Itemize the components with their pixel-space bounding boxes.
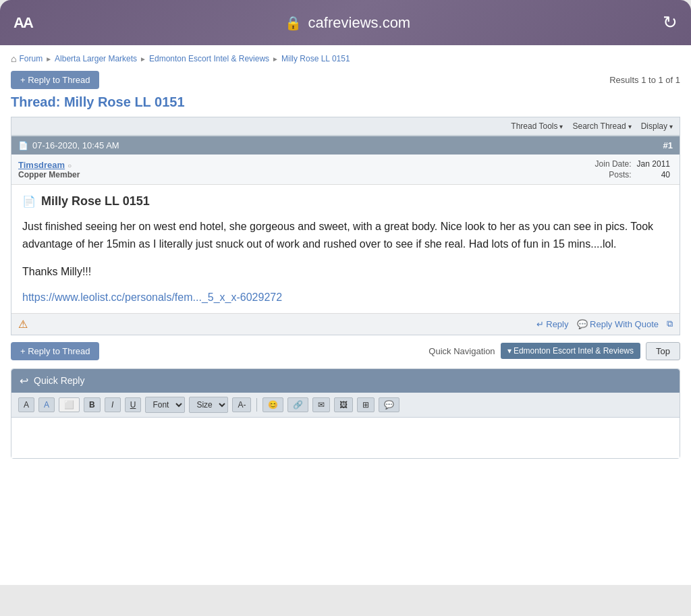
post-doc-icon: 📄	[18, 141, 28, 150]
posts-value: 40	[634, 169, 673, 180]
thread-title: Thread: Milly Rose LL 0151	[11, 94, 680, 110]
warning-icon[interactable]: ⚠	[18, 318, 28, 331]
search-thread-button[interactable]: Search Thread ▾	[572, 121, 631, 131]
post-meta: Timsdream ○ Copper Member Join Date: Jan…	[11, 155, 680, 185]
post-text-main: Just finished seeing her on west end hot…	[22, 218, 669, 252]
breadcrumb-edmonton[interactable]: Edmonton Escort Intel & Reviews	[149, 54, 269, 63]
toolbar-color-picker[interactable]: ⬜	[59, 397, 80, 412]
quick-reply-arrow-icon: ↩	[20, 374, 28, 387]
toolbar-bold[interactable]: B	[84, 397, 101, 412]
url-bar[interactable]: 🔒 cafreviews.com	[285, 14, 411, 32]
breadcrumb-sep-2: ►	[140, 55, 146, 63]
thread-tools-arrow: ▾	[559, 123, 563, 130]
results-count: Results 1 to 1 of 1	[609, 75, 680, 85]
toolbar-italic[interactable]: I	[105, 397, 121, 412]
reply-to-thread-button-top[interactable]: + Reply to Thread	[11, 71, 99, 89]
results-bar: + Reply to Thread Results 1 to 1 of 1	[11, 71, 680, 89]
reply-to-thread-button-bottom[interactable]: + Reply to Thread	[11, 342, 99, 360]
toolbar-chat[interactable]: 💬	[379, 397, 399, 412]
toolbar-font-a2[interactable]: A	[38, 397, 55, 412]
posts-label: Posts:	[592, 169, 634, 180]
reply-with-quote-button[interactable]: 💬 Reply With Quote	[577, 319, 659, 329]
thread-name: Milly Rose LL 0151	[64, 94, 185, 109]
toolbar-email[interactable]: ✉	[312, 397, 330, 412]
post-actions: ↵ Reply 💬 Reply With Quote ⧉	[536, 318, 673, 329]
quick-nav-select-button[interactable]: ▾ Edmonton Escort Intel & Reviews	[501, 343, 640, 359]
display-arrow: ▾	[669, 123, 673, 130]
post-header: 📄 07-16-2020, 10:45 AM #1	[11, 136, 680, 155]
post-number: #1	[663, 140, 673, 150]
quick-navigation: Quick Navigation ▾ Edmonton Escort Intel…	[429, 342, 680, 360]
breadcrumb-sep-1: ►	[45, 55, 52, 63]
breadcrumb: ⌂ Forum ► Alberta Larger Markets ► Edmon…	[11, 53, 680, 64]
author-rank: Copper Member	[18, 170, 80, 179]
quick-reply-header: ↩ Quick Reply	[11, 369, 680, 393]
top-button[interactable]: Top	[646, 342, 680, 360]
bottom-bar: + Reply to Thread Quick Navigation ▾ Edm…	[11, 342, 680, 360]
display-button[interactable]: Display ▾	[641, 121, 673, 131]
thread-prefix: Thread:	[11, 94, 60, 109]
refresh-button[interactable]: ↻	[663, 12, 678, 33]
toolbar-image2[interactable]: ⊞	[357, 397, 375, 412]
breadcrumb-alberta[interactable]: Alberta Larger Markets	[55, 54, 137, 63]
quick-reply-title: Quick Reply	[34, 375, 84, 386]
toolbar-emoji[interactable]: 😊	[262, 397, 283, 412]
post-stats: Join Date: Jan 2011 Posts: 40	[592, 159, 673, 180]
body-doc-icon: 📄	[22, 195, 36, 208]
breadcrumb-sep-3: ►	[272, 55, 279, 63]
multi-quote-button[interactable]: ⧉	[667, 318, 673, 329]
quick-nav-label: Quick Navigation	[429, 346, 495, 356]
toolbar-divider-1	[256, 398, 257, 412]
browser-chrome: AA 🔒 cafreviews.com ↻	[0, 0, 691, 45]
url-text: cafreviews.com	[308, 14, 411, 32]
post-body-title: 📄 Milly Rose LL 0151	[22, 194, 669, 208]
toolbar-underline[interactable]: U	[125, 397, 142, 412]
quick-reply-toolbar: A A ⬜ B I U Font Size A- 😊 🔗 ✉ 🖼 ⊞ 💬	[11, 393, 680, 418]
lock-icon: 🔒	[285, 15, 302, 31]
post-timestamp: 07-16-2020, 10:45 AM	[32, 140, 119, 150]
toolbar-font-select[interactable]: Font	[145, 397, 185, 413]
toolbar-link[interactable]: 🔗	[287, 397, 308, 412]
post-date: 📄 07-16-2020, 10:45 AM	[18, 140, 119, 150]
thread-controls-bar: Thread Tools ▾ Search Thread ▾ Display ▾	[11, 117, 680, 136]
post-footer: ⚠ ↵ Reply 💬 Reply With Quote ⧉	[11, 313, 680, 335]
quick-reply-section: ↩ Quick Reply A A ⬜ B I U Font Size A- 😊…	[11, 368, 680, 459]
font-size-control[interactable]: AA	[13, 14, 32, 32]
toolbar-font-a1[interactable]: A	[18, 397, 34, 412]
join-date-label: Join Date:	[592, 159, 634, 169]
toolbar-size-select[interactable]: Size	[189, 397, 228, 413]
post-text-thanks: Thanks Milly!!!	[22, 263, 669, 281]
breadcrumb-thread[interactable]: Milly Rose LL 0151	[281, 54, 350, 63]
post-external-link[interactable]: https://www.leolist.cc/personals/fem..._…	[22, 291, 282, 303]
thread-tools-button[interactable]: Thread Tools ▾	[511, 121, 563, 131]
home-icon: ⌂	[11, 53, 16, 64]
page-content: ⌂ Forum ► Alberta Larger Markets ► Edmon…	[0, 45, 691, 585]
post-container: 📄 07-16-2020, 10:45 AM #1 Timsdream ○ Co…	[11, 136, 680, 335]
breadcrumb-forum[interactable]: Forum	[19, 54, 43, 63]
reply-button[interactable]: ↵ Reply	[536, 319, 569, 329]
search-thread-arrow: ▾	[628, 123, 632, 130]
quick-reply-textarea[interactable]	[11, 418, 680, 458]
join-date-value: Jan 2011	[634, 159, 673, 169]
toolbar-image1[interactable]: 🖼	[334, 397, 353, 412]
post-body: 📄 Milly Rose LL 0151 Just finished seein…	[11, 185, 680, 313]
author-name[interactable]: Timsdream	[18, 160, 65, 170]
author-online-indicator: ○	[67, 162, 72, 169]
toolbar-color-text[interactable]: A-	[232, 397, 251, 412]
post-author: Timsdream ○ Copper Member	[18, 159, 80, 179]
